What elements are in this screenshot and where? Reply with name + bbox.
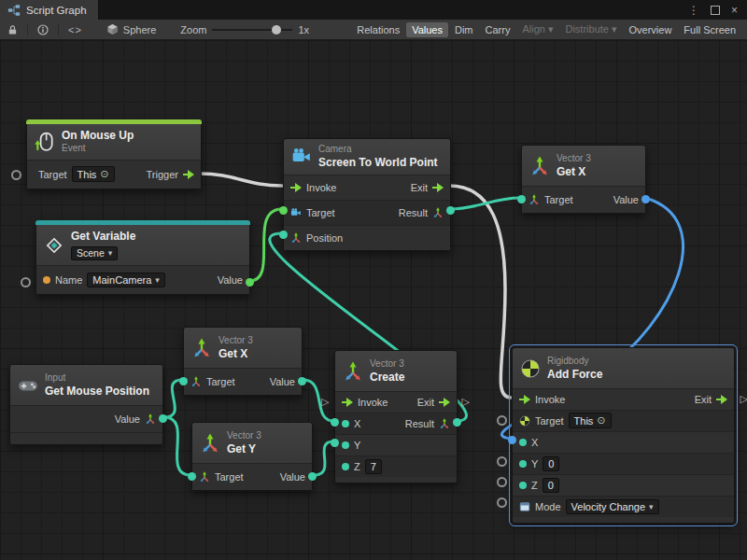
port-result-connected[interactable] bbox=[453, 418, 461, 427]
node-add-force[interactable]: Rigidbody Add Force Invoke Exit Target T… bbox=[512, 347, 735, 524]
port-value-connected[interactable] bbox=[308, 472, 317, 481]
mode-dropdown[interactable]: Velocity Change ▾ bbox=[566, 499, 659, 514]
node-get-mouse-position[interactable]: Input Get Mouse Position Value bbox=[9, 364, 163, 445]
port-mode-unconnected[interactable] bbox=[497, 497, 507, 508]
dim-button[interactable]: Dim bbox=[449, 22, 479, 37]
node-title: On Mouse Up bbox=[62, 129, 134, 143]
node-subtitle: Event bbox=[62, 143, 134, 155]
camera-icon bbox=[291, 147, 312, 167]
port-result-connected[interactable] bbox=[446, 206, 455, 215]
z-value-field[interactable]: 0 bbox=[543, 478, 559, 493]
node-footer bbox=[335, 477, 457, 483]
close-icon[interactable]: × bbox=[731, 4, 738, 17]
inspector-toggle-icon[interactable]: <> bbox=[64, 24, 86, 35]
port-target-connected[interactable] bbox=[279, 206, 288, 215]
graph-object-name: Sphere bbox=[123, 24, 156, 35]
port-label-y: Y bbox=[354, 440, 360, 451]
align-button[interactable]: Align ▾ bbox=[516, 21, 558, 37]
mode-value: Velocity Change bbox=[571, 501, 646, 512]
port-label-target: Target bbox=[544, 194, 573, 205]
node-title: Create bbox=[370, 371, 404, 385]
node-get-x-mid[interactable]: Vector 3 Get X Target Value bbox=[183, 327, 303, 396]
port-label-trigger: Trigger bbox=[147, 169, 178, 180]
flow-out-arrow-icon[interactable] bbox=[439, 398, 450, 407]
node-get-variable[interactable]: Get Variable Scene ▾ Name MainCamera ▾ V… bbox=[35, 220, 250, 295]
y-value-field[interactable]: 0 bbox=[543, 456, 559, 471]
port-target-connected[interactable] bbox=[179, 377, 188, 385]
port-value-connected[interactable] bbox=[298, 377, 306, 385]
overview-button[interactable]: Overview bbox=[624, 22, 678, 37]
node-get-x-top[interactable]: Vector 3 Get X Target Value bbox=[521, 145, 646, 214]
port-target-connected[interactable] bbox=[188, 472, 196, 481]
zoom-slider[interactable] bbox=[212, 23, 292, 36]
graph-object-button[interactable]: Sphere bbox=[101, 22, 162, 36]
port-label-target: Target bbox=[306, 207, 335, 218]
window-tab-bar: Script Graph ⋮ × bbox=[0, 0, 747, 20]
node-title: Screen To World Point bbox=[318, 156, 438, 170]
port-exit-unconnected[interactable]: ▷ bbox=[740, 394, 747, 404]
port-target-unconnected[interactable] bbox=[11, 170, 21, 180]
info-icon[interactable] bbox=[34, 24, 52, 35]
port-invoke-unconnected[interactable]: ▷ bbox=[321, 397, 329, 407]
z-value-field[interactable]: 7 bbox=[365, 459, 382, 474]
node-on-mouse-up[interactable]: On Mouse Up Event Target This ⊙ Trigger bbox=[26, 119, 202, 189]
maximize-icon[interactable] bbox=[711, 6, 720, 15]
flow-in-arrow-icon[interactable] bbox=[519, 395, 530, 404]
port-x-connected[interactable] bbox=[508, 436, 516, 444]
variable-name-dropdown[interactable]: MainCamera ▾ bbox=[87, 273, 165, 287]
port-x-connected[interactable] bbox=[331, 418, 339, 427]
port-z-float[interactable] bbox=[342, 463, 349, 470]
target-object-field[interactable]: This ⊙ bbox=[569, 413, 612, 428]
port-position-connected[interactable] bbox=[279, 231, 288, 239]
node-get-y[interactable]: Vector 3 Get Y Target Value bbox=[191, 422, 313, 491]
flow-out-arrow-icon[interactable] bbox=[716, 395, 727, 404]
carry-button[interactable]: Carry bbox=[480, 22, 516, 37]
node-vector3-create[interactable]: Vector 3 Create Invoke Exit X Result Y Z… bbox=[334, 350, 458, 483]
values-button[interactable]: Values bbox=[406, 22, 448, 37]
tab-script-graph[interactable]: Script Graph bbox=[0, 0, 99, 20]
target-object-value: This bbox=[574, 415, 594, 427]
variable-scope-dropdown[interactable]: Scene ▾ bbox=[71, 246, 118, 260]
port-label-position: Position bbox=[306, 232, 343, 244]
lock-icon[interactable] bbox=[4, 24, 21, 35]
port-value-connected[interactable] bbox=[641, 195, 650, 203]
zoom-slider-knob[interactable] bbox=[272, 25, 281, 35]
port-y-float[interactable] bbox=[519, 460, 527, 468]
target-object-field[interactable]: This ⊙ bbox=[72, 166, 115, 182]
port-target-connected[interactable] bbox=[517, 195, 526, 203]
z-value: 0 bbox=[548, 480, 554, 491]
port-label-value: Value bbox=[613, 194, 639, 205]
port-y-float[interactable] bbox=[342, 441, 349, 449]
port-z-float[interactable] bbox=[519, 482, 527, 489]
enum-port-icon bbox=[519, 501, 530, 512]
port-exit-unconnected[interactable]: ▷ bbox=[462, 397, 470, 407]
port-y-connected[interactable] bbox=[331, 439, 339, 447]
port-y-unconnected[interactable] bbox=[497, 456, 507, 467]
node-footer bbox=[10, 432, 162, 444]
port-name-string[interactable] bbox=[43, 276, 50, 284]
port-x-float[interactable] bbox=[342, 420, 349, 427]
port-x-float[interactable] bbox=[519, 439, 527, 446]
z-value: 7 bbox=[371, 461, 376, 472]
port-label-result: Result bbox=[405, 418, 434, 429]
flow-arrow-icon[interactable] bbox=[183, 170, 194, 179]
port-target-unconnected[interactable] bbox=[497, 415, 507, 426]
menu-icon[interactable]: ⋮ bbox=[688, 4, 699, 17]
port-name-unconnected[interactable] bbox=[21, 277, 31, 287]
port-value-connected[interactable] bbox=[159, 414, 167, 423]
object-picker-icon: ⊙ bbox=[100, 168, 108, 180]
port-value-connected[interactable] bbox=[246, 278, 254, 287]
flow-in-arrow-icon[interactable] bbox=[342, 398, 353, 407]
flow-out-arrow-icon[interactable] bbox=[432, 183, 444, 192]
full-screen-button[interactable]: Full Screen bbox=[678, 22, 741, 37]
relations-button[interactable]: Relations bbox=[351, 22, 405, 37]
zoom-value: 1x bbox=[298, 24, 309, 35]
window-controls: ⋮ × bbox=[688, 0, 747, 20]
variable-name-value: MainCamera bbox=[92, 274, 151, 286]
port-z-unconnected[interactable] bbox=[497, 477, 507, 487]
distribute-button[interactable]: Distribute ▾ bbox=[559, 21, 622, 37]
object-picker-icon: ⊙ bbox=[597, 414, 605, 427]
node-screen-to-world-point[interactable]: Camera Screen To World Point Invoke Exit… bbox=[283, 138, 451, 251]
vector3-port-icon bbox=[199, 471, 210, 483]
flow-in-arrow-icon[interactable] bbox=[290, 183, 302, 192]
